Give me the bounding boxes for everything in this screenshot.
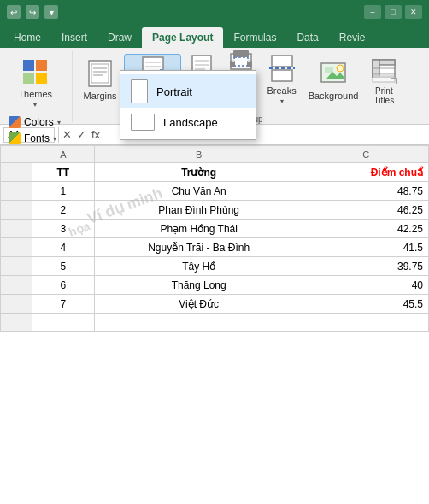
landscape-label: Landscape (163, 116, 218, 129)
col-header-a[interactable]: A (32, 146, 94, 163)
breaks-arrow: ▾ (280, 97, 284, 105)
row-num-1 (1, 182, 32, 201)
margins-button[interactable]: Margins (78, 56, 121, 104)
svg-point-32 (337, 65, 344, 72)
cell-diem-5[interactable]: 39.75 (303, 257, 429, 276)
table-row: TT Trường Điểm chuẩ (1, 163, 429, 182)
themes-group: Themes ▾ Colors ▾ Fonts ▾ Effects ▾ Them… (2, 51, 73, 122)
breaks-icon (268, 55, 296, 82)
formula-confirm-icon[interactable]: ✓ (77, 128, 86, 141)
title-bar: ↩ ↪ ▾ – □ ✕ (0, 0, 429, 24)
tab-home[interactable]: Home (3, 27, 51, 48)
cell-empty-1[interactable] (32, 314, 94, 332)
portrait-icon (131, 79, 148, 103)
cell-tt-4[interactable]: 4 (32, 238, 94, 257)
formula-insert-icon[interactable]: fx (91, 128, 100, 141)
tab-data[interactable]: Data (286, 27, 328, 48)
background-button[interactable]: Background (303, 56, 364, 104)
close-button[interactable]: ✕ (405, 5, 422, 19)
cell-truong-7[interactable]: Việt Đức (94, 295, 303, 314)
colors-icon (9, 116, 21, 128)
cell-truong-header[interactable]: Trường (94, 163, 303, 182)
table-row: 5 Tây Hồ 39.75 (1, 257, 429, 276)
row-num-6 (1, 276, 32, 295)
redo-icon[interactable]: ↪ (26, 5, 39, 19)
portrait-option[interactable]: Portrait (120, 74, 256, 108)
cell-diem-3[interactable]: 42.25 (303, 220, 429, 238)
tab-insert[interactable]: Insert (51, 27, 97, 48)
row-num-3 (1, 220, 32, 238)
cell-truong-6[interactable]: Thăng Long (94, 276, 303, 295)
table-row-empty (1, 314, 429, 332)
cell-diem-4[interactable]: 41.5 (303, 238, 429, 257)
svg-rect-24 (233, 50, 249, 57)
col-header-b[interactable]: B (94, 146, 303, 163)
svg-rect-10 (93, 71, 107, 73)
row-num-empty (1, 314, 32, 332)
row-num-2 (1, 201, 32, 220)
background-label: Background (309, 91, 359, 101)
maximize-button[interactable]: □ (385, 5, 402, 19)
breaks-button[interactable]: Breaks ▾ (262, 51, 301, 108)
cell-truong-1[interactable]: Chu Văn An (94, 182, 303, 201)
cell-empty-3[interactable] (303, 314, 429, 332)
cell-tt-6[interactable]: 6 (32, 276, 94, 295)
cell-truong-4[interactable]: Nguyễn Trãi - Ba Đình (94, 238, 303, 257)
tab-formulas[interactable]: Formulas (223, 27, 286, 48)
cell-tt-1[interactable]: 1 (32, 182, 94, 201)
spreadsheet: A B C TT Trường Điểm chuẩ 1 Chu Văn An 4… (0, 145, 429, 332)
table-row: 4 Nguyễn Trãi - Ba Đình 41.5 (1, 238, 429, 257)
cell-diem-header[interactable]: Điểm chuẩ (303, 163, 429, 182)
row-num-5 (1, 257, 32, 276)
cell-diem-6[interactable]: 40 (303, 276, 429, 295)
fonts-button[interactable]: Fonts ▾ (5, 131, 65, 146)
table-row: 3 Phạm Hồng Thái 42.25 (1, 220, 429, 238)
table-row: 7 Việt Đức 45.5 (1, 295, 429, 314)
cell-diem-1[interactable]: 48.75 (303, 182, 429, 201)
title-bar-icons: ↩ ↪ ▾ (7, 5, 58, 19)
cell-diem-7[interactable]: 45.5 (303, 295, 429, 314)
fonts-icon (9, 132, 21, 144)
breaks-label: Breaks (267, 85, 296, 96)
cell-empty-2[interactable] (94, 314, 303, 332)
svg-rect-2 (23, 73, 34, 84)
cell-tt-header[interactable]: TT (32, 163, 94, 182)
print-titles-button[interactable]: PrintTitles (365, 52, 403, 108)
cell-truong-2[interactable]: Phan Đình Phùng (94, 201, 303, 220)
margins-label: Margins (83, 91, 116, 101)
portrait-label: Portrait (156, 85, 192, 98)
col-header-c[interactable]: C (303, 146, 429, 163)
undo-icon[interactable]: ↩ (7, 5, 21, 19)
svg-rect-11 (93, 74, 103, 76)
cell-tt-7[interactable]: 7 (32, 295, 94, 314)
svg-rect-0 (23, 60, 34, 71)
tab-draw[interactable]: Draw (97, 27, 142, 48)
row-num (1, 163, 32, 182)
fonts-label: Fonts (24, 132, 50, 144)
orientation-dropdown: Portrait Landscape (120, 70, 256, 140)
tab-review[interactable]: Revie (329, 27, 376, 48)
cell-truong-3[interactable]: Phạm Hồng Thái (94, 220, 303, 238)
landscape-option[interactable]: Landscape (120, 108, 256, 136)
colors-button[interactable]: Colors ▾ (5, 114, 65, 130)
cell-tt-3[interactable]: 3 (32, 220, 94, 238)
cell-truong-5[interactable]: Tây Hồ (94, 257, 303, 276)
svg-rect-22 (230, 61, 235, 67)
row-num-4 (1, 238, 32, 257)
table-row: 1 Chu Văn An 48.75 (1, 182, 429, 201)
cell-diem-2[interactable]: 46.25 (303, 201, 429, 220)
themes-arrow: ▾ (33, 101, 37, 108)
title-bar-controls: – □ ✕ (364, 5, 422, 19)
minimize-button[interactable]: – (364, 5, 381, 19)
cell-tt-5[interactable]: 5 (32, 257, 94, 276)
row-num-7 (1, 295, 32, 314)
svg-rect-23 (247, 61, 252, 67)
svg-point-25 (232, 59, 235, 62)
themes-button[interactable]: Themes ▾ (5, 55, 65, 112)
customize-icon[interactable]: ▾ (44, 5, 58, 19)
margins-icon (86, 60, 114, 87)
tab-page-layout[interactable]: Page Layout (142, 27, 223, 48)
svg-rect-27 (272, 56, 292, 67)
table-row: 6 Thăng Long 40 (1, 276, 429, 295)
cell-tt-2[interactable]: 2 (32, 201, 94, 220)
